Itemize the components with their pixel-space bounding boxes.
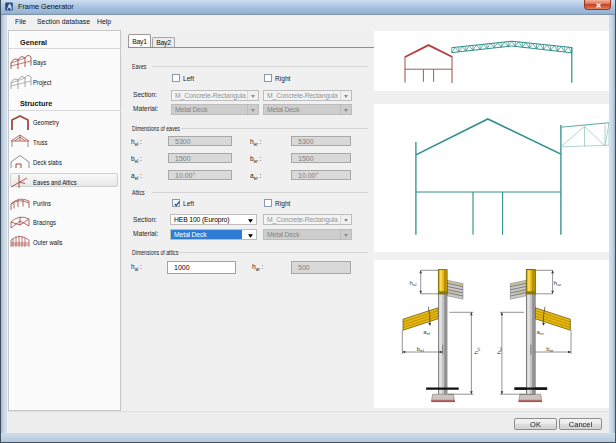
svg-text:har: har	[554, 279, 562, 287]
svg-text:her: her	[495, 347, 503, 355]
svg-text:hel: hel	[472, 348, 480, 355]
svg-text:aer: aer	[537, 328, 545, 336]
svg-text:ael: ael	[423, 328, 430, 336]
svg-text:hal: hal	[410, 279, 417, 287]
